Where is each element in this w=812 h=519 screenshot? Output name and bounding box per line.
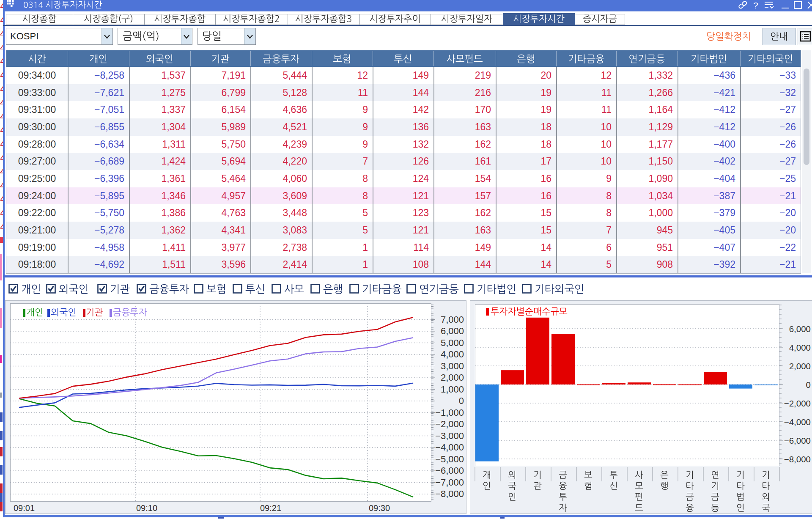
svg-text:?: ? [753, 0, 758, 10]
